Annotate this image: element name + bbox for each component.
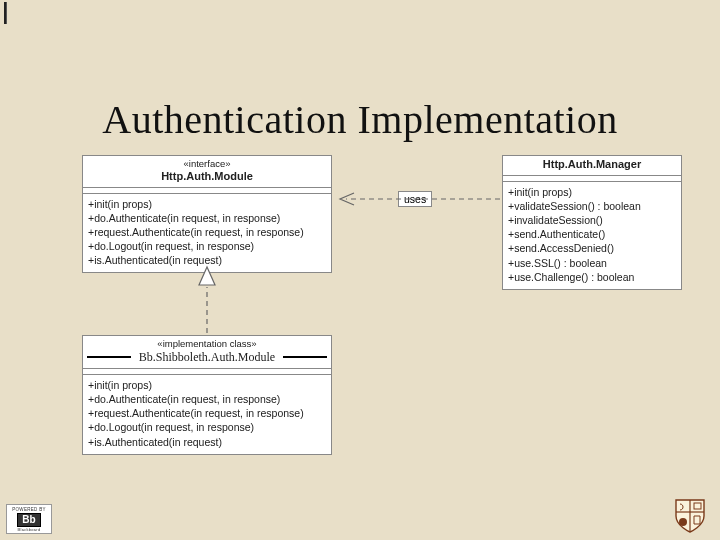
bb-logo-icon: Bb [17,513,41,527]
interface-name: Http.Auth.Module [87,170,327,184]
op: +do.Logout(in request, in response) [88,239,326,253]
manager-name: Http.Auth.Manager [507,158,677,172]
op: +is.Authenticated(in request) [88,253,326,267]
op: +request.Authenticate(in request, in res… [88,225,326,239]
impl-stereotype: «implementation class» [87,338,327,350]
op: +request.Authenticate(in request, in res… [88,406,326,420]
op: +validateSession() : boolean [508,199,676,213]
op: +do.Authenticate(in request, in response… [88,211,326,225]
op: +is.Authenticated(in request) [88,435,326,449]
op: +send.Authenticate() [508,227,676,241]
impl-name: Bb.Shibboleth.Auth.Module [135,350,279,365]
blackboard-text: Blackboard [17,527,40,532]
op: +init(in props) [508,185,676,199]
uml-impl-header: «implementation class» Bb.Shibboleth.Aut… [83,336,331,369]
interface-stereotype: «interface» [87,158,327,170]
op: +send.AccessDenied() [508,241,676,255]
op: +do.Authenticate(in request, in response… [88,392,326,406]
impl-ops: +init(in props) +do.Authenticate(in requ… [83,375,331,454]
manager-ops: +init(in props) +validateSession() : boo… [503,182,681,289]
uses-label: uses [398,191,432,207]
svg-point-3 [679,518,687,526]
uses-arrowhead-icon [340,193,354,205]
op: +use.SSL() : boolean [508,256,676,270]
uml-interface-box: «interface» Http.Auth.Module +init(in pr… [82,155,332,273]
uml-manager-box: Http.Auth.Manager +init(in props) +valid… [502,155,682,290]
slide-title: Authentication Implementation [0,96,720,143]
shield-logo-icon [674,498,706,534]
uml-impl-box: «implementation class» Bb.Shibboleth.Aut… [82,335,332,455]
blackboard-badge: POWERED BY Bb Blackboard [6,504,52,534]
op: +invalidateSession() [508,213,676,227]
op: +use.Challenge() : boolean [508,270,676,284]
powered-by-text: POWERED BY [12,507,46,512]
op: +do.Logout(in request, in response) [88,420,326,434]
uml-diagram: «interface» Http.Auth.Module +init(in pr… [82,155,702,475]
interface-ops: +init(in props) +do.Authenticate(in requ… [83,194,331,273]
op: +init(in props) [88,197,326,211]
impl-name-underline-left [87,356,131,358]
op: +init(in props) [88,378,326,392]
uml-manager-header: Http.Auth.Manager [503,156,681,176]
impl-name-underline-right [283,356,327,358]
uml-interface-header: «interface» Http.Auth.Module [83,156,331,188]
text-cursor [4,2,7,24]
